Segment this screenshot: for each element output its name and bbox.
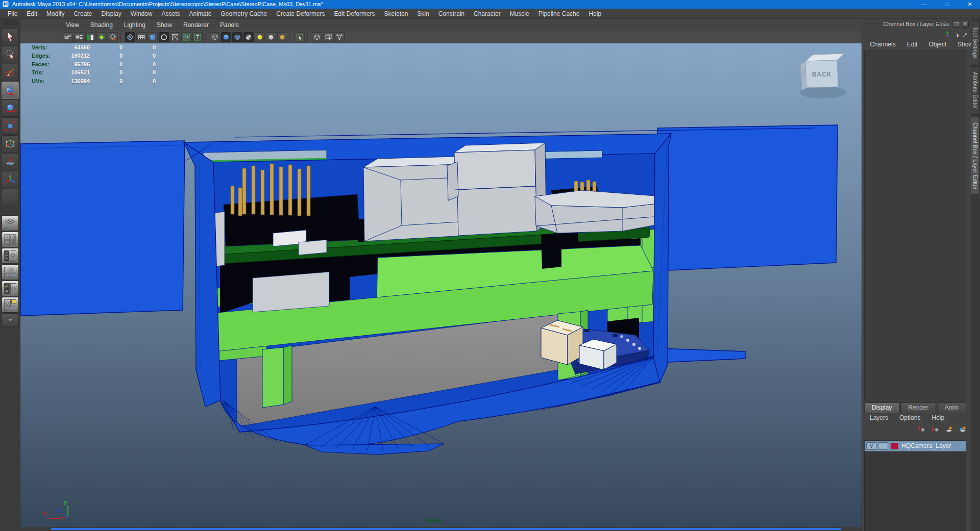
camera-list-icon[interactable] <box>74 32 84 42</box>
layer-new-selected-icon[interactable] <box>958 425 967 435</box>
lasso-tool-button[interactable] <box>2 46 19 63</box>
layout-persp-outliner-graph-button[interactable] <box>2 297 19 313</box>
layer-visibility-toggle[interactable]: V <box>866 442 876 450</box>
layer-color-swatch[interactable] <box>891 443 898 449</box>
light-yellow-icon[interactable] <box>255 32 265 42</box>
layer-up-icon[interactable] <box>917 425 926 435</box>
shader-palette-icon[interactable] <box>96 32 107 42</box>
light-gray-icon[interactable] <box>266 32 276 42</box>
move-tool-button[interactable] <box>2 82 19 99</box>
layout-dropdown-button[interactable] <box>2 313 19 326</box>
close-button[interactable]: ✕ <box>959 0 980 9</box>
panel-menu-view[interactable]: View <box>60 21 85 29</box>
panel-menu-renderer[interactable]: Renderer <box>178 21 214 29</box>
perspective-viewport[interactable]: BACK RIGHT y x z Verts:6446000Edges:1602… <box>20 43 862 527</box>
channel-menu-object[interactable]: Object <box>923 39 952 49</box>
menu-constrain[interactable]: Constrain <box>434 9 469 19</box>
panel-menu-lighting[interactable]: Lighting <box>118 21 151 29</box>
paint-select-tool-button[interactable] <box>2 64 19 81</box>
highlight-mode-icon[interactable] <box>159 32 169 42</box>
film-gate-icon[interactable] <box>136 32 146 42</box>
camera-block-b-mesh[interactable] <box>447 143 546 236</box>
side-tab-channel-box-layer-editor[interactable]: Channel Box / Layer Editor <box>971 117 979 195</box>
menu-create-deformers[interactable]: Create Deformers <box>272 9 329 19</box>
left-panel-mesh[interactable] <box>20 141 185 316</box>
layer-playback-toggle[interactable] <box>878 442 888 450</box>
tab-render[interactable]: Render <box>900 402 936 413</box>
side-tab-attribute-editor[interactable]: Attribute Editor <box>971 66 979 115</box>
layer-name[interactable]: HQCamera_Layer <box>901 442 951 449</box>
layer-menu-layers[interactable]: Layers <box>864 413 894 423</box>
isolate-select-icon[interactable] <box>295 32 305 42</box>
tab-anim[interactable]: Anim <box>937 402 966 413</box>
snap-target-icon[interactable] <box>108 32 118 42</box>
layout-four-button[interactable] <box>2 232 19 247</box>
tab-display[interactable]: Display <box>864 402 899 413</box>
menu-help[interactable]: Help <box>584 9 606 19</box>
show-manipulator-tool-button[interactable] <box>2 171 19 188</box>
menu-window[interactable]: Window <box>126 9 157 19</box>
menu-character[interactable]: Character <box>469 9 505 19</box>
rotate-tool-button[interactable] <box>2 99 19 117</box>
layer-row[interactable]: VHQCamera_Layer <box>865 441 966 451</box>
layer-menu-options[interactable]: Options <box>894 413 926 423</box>
slider-mode-icon[interactable]: ↗ <box>962 31 968 39</box>
last-tool-tool-button[interactable] <box>2 189 19 206</box>
float-panel-icon[interactable]: ❐ <box>953 20 960 28</box>
drag-grip[interactable] <box>930 22 950 26</box>
panel-menu-panels[interactable]: Panels <box>214 21 244 29</box>
two-cameras-icon[interactable] <box>63 32 73 42</box>
checker-ball-icon[interactable] <box>243 32 254 42</box>
menu-geometry-cache[interactable]: Geometry Cache <box>216 9 272 19</box>
layer-down-icon[interactable] <box>930 425 940 435</box>
menu-animate[interactable]: Animate <box>184 9 216 19</box>
menu-skeleton[interactable]: Skeleton <box>380 9 413 19</box>
scale-tool-button[interactable] <box>2 117 19 135</box>
layout-hypershade-button[interactable] <box>2 281 19 296</box>
layout-outliner-button[interactable] <box>2 248 19 264</box>
xray-mode-icon[interactable] <box>170 32 180 42</box>
channel-box-area[interactable] <box>864 50 966 401</box>
panel-menu-shading[interactable]: Shading <box>85 21 118 29</box>
menu-modify[interactable]: Modify <box>42 9 69 19</box>
menu-display[interactable]: Display <box>96 9 126 19</box>
menu-edit[interactable]: Edit <box>22 9 42 19</box>
panel-menu-show[interactable]: Show <box>151 21 178 29</box>
menu-edit-deformers[interactable]: Edit Deformers <box>330 9 380 19</box>
menu-create[interactable]: Create <box>69 9 96 19</box>
light-gold-icon[interactable] <box>277 32 287 42</box>
close-panel-icon[interactable]: ✕ <box>962 20 969 28</box>
panel-header[interactable]: Channel Box / Layer Editor ❐ ✕ <box>862 19 971 29</box>
plain-cube-icon[interactable] <box>312 32 322 42</box>
minimize-button[interactable]: — <box>913 0 935 9</box>
share-node-icon[interactable] <box>334 32 345 42</box>
side-tab-tool-settings[interactable]: Tool Settings <box>971 21 979 64</box>
vertex-colors-icon[interactable] <box>181 32 191 42</box>
wire-cube-icon[interactable] <box>210 32 220 42</box>
channel-menu-channels[interactable]: Channels <box>864 39 901 49</box>
blue-cube-glass-icon[interactable] <box>232 32 242 42</box>
layer-list[interactable]: VHQCamera_Layer <box>864 440 966 531</box>
channel-menu-edit[interactable]: Edit <box>901 39 923 49</box>
maximize-button[interactable]: □ <box>936 0 959 9</box>
menu-muscle[interactable]: Muscle <box>505 9 534 19</box>
soft-modification-tool-button[interactable] <box>2 153 19 170</box>
scene-3d[interactable]: BACK RIGHT y x z <box>20 43 862 527</box>
layout-persp-graph-button[interactable] <box>2 264 19 280</box>
shaded-mode-icon[interactable] <box>148 32 158 42</box>
manipulator-axis-icon[interactable] <box>943 31 951 39</box>
universal-manipulator-tool-button[interactable] <box>2 135 19 153</box>
toolbox-grip[interactable] <box>3 21 17 25</box>
book-icon[interactable] <box>85 32 95 42</box>
wireframe-mode-icon[interactable] <box>125 32 135 42</box>
menu-pipeline-cache[interactable]: Pipeline Cache <box>534 9 584 19</box>
layout-single-button[interactable] <box>2 215 19 231</box>
layer-new-icon[interactable] <box>944 425 953 435</box>
copy-layout-icon[interactable] <box>323 32 333 42</box>
select-tool-button[interactable] <box>2 28 19 45</box>
speed-precision-icon[interactable]: ◑ <box>954 31 959 39</box>
menu-assets[interactable]: Assets <box>157 9 184 19</box>
menu-file[interactable]: File <box>3 9 22 19</box>
menu-skin[interactable]: Skin <box>412 9 433 19</box>
textured-mode-icon[interactable]: T <box>192 32 203 42</box>
